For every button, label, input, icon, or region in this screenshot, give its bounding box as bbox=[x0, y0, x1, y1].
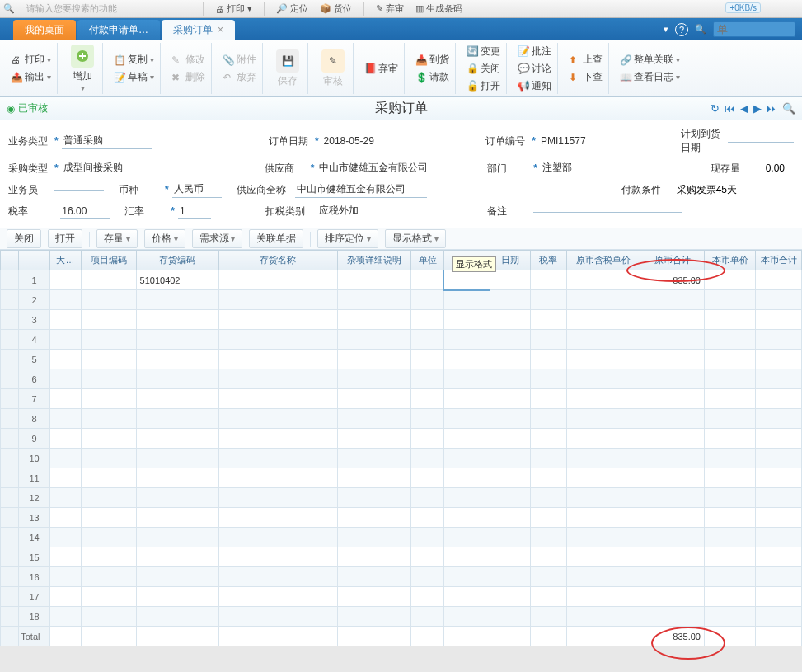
copy-button[interactable]: 📋复制 bbox=[111, 52, 157, 68]
table-row[interactable]: 5 bbox=[1, 350, 802, 369]
sys-abandon[interactable]: ✎弃审 bbox=[376, 2, 404, 15]
table-row[interactable]: 8 bbox=[1, 409, 802, 429]
draft-button[interactable]: 📝草稿 bbox=[111, 69, 157, 85]
table-row[interactable]: 14 bbox=[1, 528, 802, 547]
grid-display-button[interactable]: 显示格式 bbox=[385, 229, 446, 248]
refresh-icon[interactable]: ↻ bbox=[711, 102, 720, 115]
stock-value: 0.00 bbox=[766, 162, 785, 174]
tab-search-input[interactable] bbox=[713, 21, 795, 37]
purchase-type-field[interactable]: 成型间接采购 bbox=[62, 160, 152, 176]
open-order-button[interactable]: 🔓打开 bbox=[464, 78, 503, 94]
supplier-full-field[interactable]: 中山市健雄五金有限公司 bbox=[295, 181, 427, 198]
tax-cat-field[interactable]: 应税外加 bbox=[317, 203, 408, 219]
sys-print[interactable]: 🖨打印▾ bbox=[215, 2, 252, 15]
view-log-button[interactable]: 📖查看日志 bbox=[617, 69, 682, 85]
col-misc[interactable]: 杂项详细说明 bbox=[338, 251, 411, 270]
col-project[interactable]: 项目编码 bbox=[81, 251, 136, 270]
currency-field[interactable]: 人民币 bbox=[172, 181, 222, 198]
order-date-field[interactable]: 2018-05-29 bbox=[322, 134, 413, 148]
document-titlebar: 已审核 采购订单 ↻ ⏮ ◀ ▶ ⏭ 🔍 bbox=[0, 97, 802, 120]
salesman-field[interactable] bbox=[54, 189, 104, 191]
abandon-audit-button[interactable]: 📕弃审 bbox=[362, 61, 401, 77]
close-order-button[interactable]: 🔒关闭 bbox=[464, 61, 503, 77]
col-big[interactable]: 大… bbox=[50, 251, 82, 270]
grid-price-button[interactable]: 价格 bbox=[144, 229, 185, 248]
grid-demand-button[interactable]: 需求源 bbox=[192, 229, 243, 248]
table-row[interactable]: 7 bbox=[1, 389, 802, 409]
change-button[interactable]: 🔄变更 bbox=[464, 44, 503, 59]
tax-field[interactable]: 16.00 bbox=[60, 204, 110, 219]
table-row[interactable]: 17 bbox=[1, 587, 802, 607]
grid-open-button[interactable]: 打开 bbox=[48, 229, 82, 248]
discuss-button[interactable]: 💬讨论 bbox=[515, 61, 554, 77]
search-record-icon[interactable]: 🔍 bbox=[782, 102, 795, 115]
table-row[interactable]: 6 bbox=[1, 369, 802, 389]
sys-location[interactable]: 📦货位 bbox=[320, 2, 352, 15]
dept-field[interactable]: 注塑部 bbox=[541, 160, 631, 176]
table-row[interactable]: 4 bbox=[1, 330, 802, 350]
link-all-button[interactable]: 🔗整单关联 bbox=[617, 52, 682, 68]
lookup-down-button[interactable]: ⬇下查 bbox=[566, 69, 605, 85]
grid-stock-button[interactable]: 存量 bbox=[96, 229, 138, 248]
table-row[interactable]: 13 bbox=[1, 508, 802, 528]
notify-button[interactable]: 📢通知 bbox=[515, 78, 554, 94]
output-button[interactable]: 📤输出 bbox=[8, 69, 54, 85]
col-local-total[interactable]: 本币合计 bbox=[756, 251, 802, 270]
prev-record-icon[interactable]: ◀ bbox=[740, 102, 748, 115]
attach-button[interactable]: 📎附件 bbox=[220, 52, 259, 68]
col-inv-code[interactable]: 存货编码 bbox=[136, 251, 218, 270]
save-button[interactable]: 💾保存 bbox=[271, 48, 304, 90]
last-record-icon[interactable]: ⏭ bbox=[767, 102, 777, 115]
table-row[interactable]: 12 bbox=[1, 488, 802, 508]
grid-close-button[interactable]: 关闭 bbox=[7, 229, 41, 248]
order-no-field[interactable]: PMI11577 bbox=[539, 134, 630, 148]
release-button[interactable]: ↶放弃 bbox=[220, 69, 259, 85]
next-record-icon[interactable]: ▶ bbox=[753, 102, 762, 115]
print-button[interactable]: 🖨打印 bbox=[8, 52, 54, 68]
delete-button[interactable]: ✖删除 bbox=[169, 69, 208, 85]
table-row[interactable]: 16 bbox=[1, 567, 802, 587]
audit-button[interactable]: ✎审核 bbox=[317, 48, 349, 90]
help-icon[interactable]: ? bbox=[675, 23, 688, 36]
table-row[interactable]: 18 bbox=[1, 607, 802, 627]
table-row[interactable]: 11 bbox=[1, 468, 802, 488]
col-total[interactable]: 原币合计 bbox=[640, 251, 705, 270]
table-row[interactable]: 9 bbox=[1, 429, 802, 449]
biz-type-field[interactable]: 普通采购 bbox=[62, 133, 152, 149]
lookup-up-button[interactable]: ⬆上查 bbox=[566, 52, 605, 68]
grid-sort-button[interactable]: 排序定位 bbox=[317, 229, 378, 248]
table-row[interactable]: 10 bbox=[1, 449, 802, 468]
plan-date-field[interactable] bbox=[728, 140, 794, 143]
sys-locate[interactable]: 🔎定位 bbox=[276, 2, 308, 15]
table-row[interactable]: 151010402835.00 bbox=[1, 270, 802, 290]
col-tax[interactable]: 税率 bbox=[530, 251, 566, 270]
supplier-field[interactable]: 中山市健雄五金有限公司 bbox=[317, 160, 449, 176]
col-unit-price[interactable]: 原币含税单价 bbox=[567, 251, 640, 270]
col-indicator[interactable] bbox=[1, 251, 19, 270]
rate-field[interactable]: 1 bbox=[178, 204, 211, 219]
tab-desktop[interactable]: 我的桌面 bbox=[13, 20, 76, 40]
add-button[interactable]: 增加▾ bbox=[66, 43, 99, 94]
modify-button[interactable]: ✎修改 bbox=[169, 52, 208, 68]
sys-barcode[interactable]: ▥生成条码 bbox=[415, 2, 462, 15]
col-local-price[interactable]: 本币单价 bbox=[705, 251, 756, 270]
approve-note-button[interactable]: 📝批注 bbox=[515, 44, 554, 59]
data-grid[interactable]: 大… 项目编码 存货编码 存货名称 杂项详细说明 单位 数量 日期 税率 原币含… bbox=[0, 250, 802, 646]
col-rownum[interactable] bbox=[19, 251, 50, 270]
global-search-input[interactable]: 请输入您要搜索的功能 bbox=[26, 2, 191, 15]
unlock-icon: 🔓 bbox=[467, 80, 478, 92]
first-record-icon[interactable]: ⏮ bbox=[725, 102, 735, 115]
close-tab-icon[interactable]: × bbox=[218, 24, 223, 35]
table-row[interactable]: 15 bbox=[1, 547, 802, 567]
table-row[interactable]: 2 bbox=[1, 290, 802, 310]
col-unit[interactable]: 单位 bbox=[411, 251, 444, 270]
tab-payment[interactable]: 付款申请单… bbox=[77, 20, 160, 40]
arrive-button[interactable]: 📥到货 bbox=[413, 52, 452, 68]
col-inv-name[interactable]: 存货名称 bbox=[218, 251, 338, 270]
remark-field[interactable] bbox=[533, 210, 682, 213]
tab-purchase-order[interactable]: 采购订单× bbox=[162, 20, 235, 40]
table-row[interactable]: 3 bbox=[1, 310, 802, 330]
tab-back-icon[interactable]: ▾ bbox=[664, 24, 668, 35]
grid-link-button[interactable]: 关联单据 bbox=[249, 229, 303, 248]
request-money-button[interactable]: 💲请款 bbox=[413, 69, 452, 85]
